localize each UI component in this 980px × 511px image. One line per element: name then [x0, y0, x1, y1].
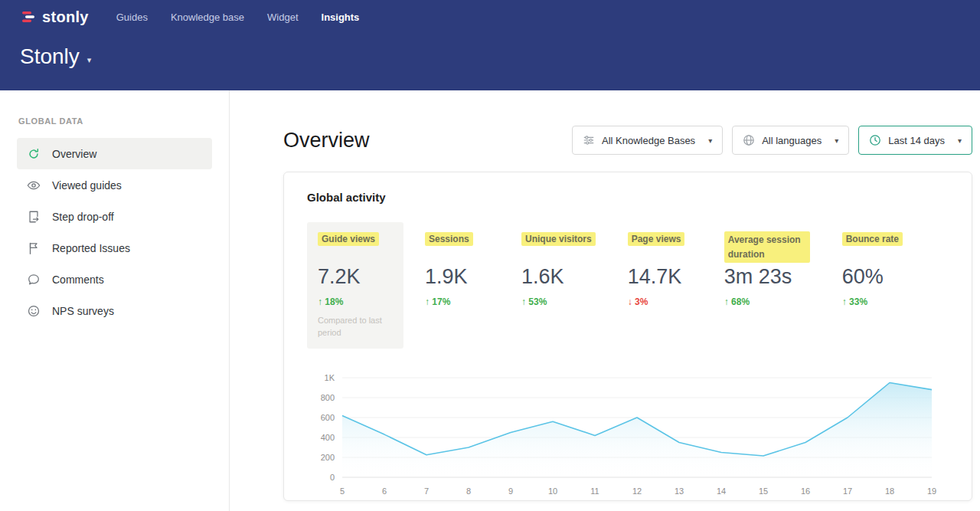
svg-text:8: 8	[466, 486, 471, 496]
metrics-row: Guide views 7.2K ↑ 18% Compared to last …	[307, 222, 949, 349]
sidebar-section-label: GLOBAL DATA	[18, 116, 229, 126]
svg-text:16: 16	[801, 486, 810, 496]
svg-text:7: 7	[424, 486, 429, 496]
svg-text:0: 0	[330, 473, 335, 482]
filters: All Knowledge Bases ▾ All languages ▾	[572, 126, 972, 155]
card-title: Global activity	[307, 191, 949, 204]
metric-value: 1.6K	[521, 265, 596, 289]
page-title: Overview	[283, 129, 370, 152]
svg-text:1K: 1K	[325, 373, 335, 382]
arrow-up-icon: ↑	[521, 296, 526, 307]
sidebar-item-label: Reported Issues	[52, 242, 130, 254]
metric-delta: ↓ 3%	[628, 296, 692, 307]
svg-text:200: 200	[321, 453, 335, 462]
metric-note: Compared to last period	[318, 315, 388, 339]
logo-text: stonly	[42, 8, 89, 26]
stonly-logo[interactable]: stonly	[20, 8, 89, 26]
metric-delta: ↑ 68%	[724, 296, 810, 307]
sliders-icon	[583, 134, 595, 146]
chevron-down-icon: ▾	[87, 49, 92, 65]
content-area: GLOBAL DATA Overview Viewed guides	[0, 90, 980, 511]
metric-bounce-rate[interactable]: Bounce rate 60% ↑ 33%	[831, 222, 917, 316]
metric-value: 1.9K	[425, 265, 489, 289]
arrow-up-icon: ↑	[842, 296, 847, 307]
smiley-icon	[27, 304, 41, 318]
top-navigation: stonly Guides Knowledge base Widget Insi…	[0, 0, 980, 34]
app-header: stonly Guides Knowledge base Widget Insi…	[0, 0, 980, 90]
metric-unique-visitors[interactable]: Unique visitors 1.6K ↑ 53%	[511, 222, 606, 316]
knowledge-base-filter-label: All Knowledge Bases	[602, 135, 695, 146]
main-panel: Overview All Knowledge Bases ▾	[230, 90, 980, 511]
sync-icon	[27, 147, 41, 161]
topnav-items: Guides Knowledge base Widget Insights	[116, 11, 360, 23]
sidebar-item-label: Overview	[52, 148, 96, 160]
svg-text:600: 600	[321, 413, 335, 422]
metric-value: 60%	[842, 265, 906, 289]
metric-value: 7.2K	[318, 265, 393, 289]
metric-guide-views[interactable]: Guide views 7.2K ↑ 18% Compared to last …	[307, 222, 403, 349]
workspace-selector[interactable]: Stonly ▾	[0, 34, 980, 69]
metric-label: Page views	[628, 232, 685, 246]
metric-delta: ↑ 53%	[521, 296, 596, 307]
globe-icon	[743, 134, 755, 146]
metric-label: Guide views	[318, 232, 379, 246]
sidebar-item-label: Comments	[52, 274, 104, 286]
metric-sessions[interactable]: Sessions 1.9K ↑ 17%	[414, 222, 500, 316]
metric-average-session-duration[interactable]: Average session duration 3m 23s ↑ 68%	[714, 222, 821, 316]
arrow-up-icon: ↑	[318, 296, 322, 307]
svg-text:11: 11	[590, 486, 599, 496]
language-filter-label: All languages	[762, 135, 822, 146]
topnav-item-guides[interactable]: Guides	[116, 11, 148, 23]
topnav-item-widget[interactable]: Widget	[267, 11, 298, 23]
svg-text:18: 18	[885, 486, 894, 496]
date-range-filter[interactable]: Last 14 days ▾	[858, 126, 972, 155]
date-range-filter-label: Last 14 days	[888, 135, 945, 146]
global-activity-chart: 02004006008001K5678910111213141516171819	[307, 370, 942, 500]
arrow-up-icon: ↑	[425, 296, 430, 307]
metric-value: 14.7K	[628, 265, 692, 289]
svg-text:17: 17	[843, 486, 852, 496]
metric-value: 3m 23s	[724, 265, 810, 289]
sidebar: GLOBAL DATA Overview Viewed guides	[0, 90, 230, 511]
sidebar-item-overview[interactable]: Overview	[17, 138, 212, 169]
metric-page-views[interactable]: Page views 14.7K ↓ 3%	[617, 222, 703, 316]
chart-container: 02004006008001K5678910111213141516171819	[307, 370, 949, 503]
chevron-down-icon: ▾	[958, 136, 962, 145]
sidebar-item-nps-surveys[interactable]: NPS surveys	[17, 295, 212, 326]
comment-icon	[27, 273, 41, 287]
svg-text:9: 9	[508, 486, 513, 496]
metric-delta: ↑ 33%	[842, 296, 906, 307]
language-filter[interactable]: All languages ▾	[732, 126, 849, 155]
knowledge-base-filter[interactable]: All Knowledge Bases ▾	[572, 126, 723, 155]
sidebar-item-label: Viewed guides	[52, 179, 122, 192]
metric-label: Average session duration	[724, 231, 810, 263]
svg-text:14: 14	[717, 486, 726, 496]
sidebar-item-comments[interactable]: Comments	[17, 264, 212, 295]
arrow-down-icon: ↓	[628, 296, 632, 307]
chevron-down-icon: ▾	[835, 136, 838, 145]
global-activity-card: Global activity Guide views 7.2K ↑ 18% C…	[283, 172, 972, 501]
svg-text:5: 5	[340, 486, 345, 496]
metric-delta: ↑ 18%	[318, 296, 393, 307]
main-header: Overview All Knowledge Bases ▾	[283, 126, 972, 155]
svg-text:400: 400	[321, 433, 335, 442]
eye-icon	[27, 179, 41, 192]
sidebar-item-viewed-guides[interactable]: Viewed guides	[17, 169, 212, 201]
topnav-item-knowledge-base[interactable]: Knowledge base	[171, 11, 244, 23]
metric-delta: ↑ 17%	[425, 296, 489, 307]
topnav-item-insights[interactable]: Insights	[322, 11, 360, 23]
sidebar-item-step-drop-off[interactable]: Step drop-off	[17, 201, 212, 232]
sidebar-item-label: NPS surveys	[52, 305, 114, 317]
svg-text:13: 13	[675, 486, 684, 496]
sidebar-item-reported-issues[interactable]: Reported Issues	[17, 232, 212, 264]
arrow-up-icon: ↑	[724, 296, 729, 307]
workspace-name: Stonly	[20, 44, 80, 69]
page-arrow-icon	[27, 210, 41, 224]
sidebar-item-label: Step drop-off	[52, 211, 114, 223]
svg-text:10: 10	[548, 486, 557, 496]
stonly-logo-icon	[20, 8, 37, 25]
clock-icon	[869, 134, 881, 146]
metric-label: Bounce rate	[842, 232, 903, 246]
metric-label: Sessions	[425, 232, 473, 246]
flag-icon	[27, 241, 41, 255]
